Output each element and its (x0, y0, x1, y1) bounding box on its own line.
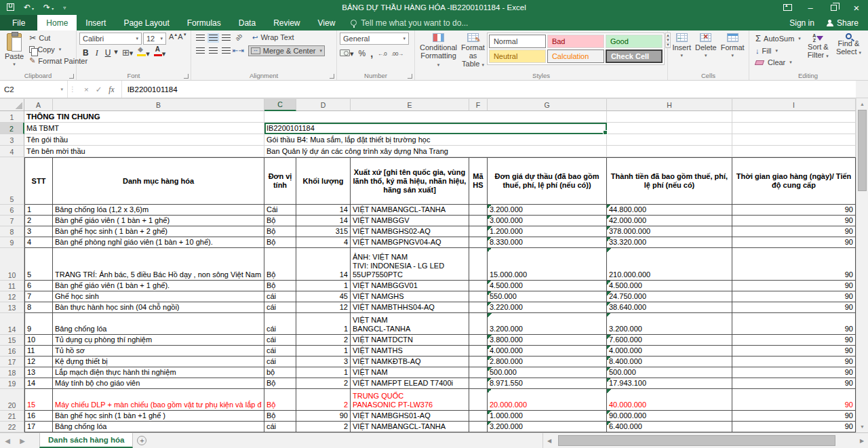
header-cell-B[interactable]: Danh mục hàng hóa (53, 157, 264, 205)
cell-D14[interactable]: 1 (296, 313, 351, 335)
cell-F7[interactable] (469, 216, 488, 226)
cell-C21[interactable]: Bộ (264, 411, 296, 422)
redo-button[interactable]: ↷▾ (43, 3, 54, 12)
cell-I15[interactable]: 90 (732, 335, 856, 346)
cell-C22[interactable]: cái (264, 422, 296, 432)
cell-H19[interactable]: 17.943.100 (607, 378, 732, 389)
tell-me-box[interactable]: Tell me what you want to do... (344, 15, 468, 30)
scroll-up-icon[interactable]: ▲ (856, 98, 868, 110)
fill-color-button[interactable]: ▾ (137, 47, 150, 58)
column-header-G[interactable]: G (488, 99, 607, 111)
cell-G21[interactable]: 1.000.000 (488, 411, 607, 422)
cell-H22[interactable]: 6.400.000 (607, 422, 732, 432)
cell-G17[interactable]: 2.800.000 (488, 357, 607, 367)
dialog-launcher-icon[interactable] (408, 74, 412, 79)
cell-A12[interactable]: 7 (24, 291, 53, 302)
vertical-scroll-thumb[interactable] (858, 110, 867, 191)
cell-D11[interactable]: 1 (296, 281, 351, 291)
row-header-22[interactable]: 22 (0, 422, 24, 432)
cell-A13[interactable]: 8 (24, 302, 53, 313)
cell-I2[interactable] (732, 123, 856, 134)
cell-H11[interactable]: 4.500.000 (607, 281, 732, 291)
cell-G20[interactable]: 20.000.000 (488, 389, 607, 411)
font-family-select[interactable]: Calibri▾ (79, 33, 142, 45)
cell-A10[interactable]: 5 (24, 248, 53, 281)
cell-D16[interactable]: 1 (296, 346, 351, 357)
cell-A18[interactable]: 13 (24, 367, 53, 378)
cell-C9[interactable]: Bộ (264, 237, 296, 248)
row-header-2[interactable]: 2 (0, 123, 24, 134)
cell-H3[interactable] (607, 134, 732, 146)
cell-E16[interactable]: VIỆT NAMTHS (351, 346, 469, 357)
number-format-select[interactable]: General▾ (340, 33, 409, 45)
cell-B22[interactable]: Bảng chống lóa (53, 422, 264, 432)
cell-I7[interactable]: 90 (732, 216, 856, 226)
sort-filter-button[interactable]: AZ Sort & Filter ▾ (803, 33, 833, 61)
cell-G18[interactable]: 500.000 (488, 367, 607, 378)
cell-H7[interactable]: 42.000.000 (607, 216, 732, 226)
row-header-20[interactable]: 20 (0, 389, 24, 411)
cell-A15[interactable]: 10 (24, 335, 53, 346)
tab-insert[interactable]: Insert (77, 15, 115, 30)
cell-H15[interactable]: 7.600.000 (607, 335, 732, 346)
cell-I17[interactable]: 90 (732, 357, 856, 367)
cell-A20[interactable]: 15 (24, 389, 53, 411)
cell-A19[interactable]: 14 (24, 378, 53, 389)
header-cell-A[interactable]: STT (24, 157, 53, 205)
cell-H1[interactable] (607, 111, 732, 123)
cell-E6[interactable]: VIỆT NAMBANGCL-TANHA (351, 205, 469, 216)
enter-icon[interactable]: ✓ (96, 85, 102, 94)
cell-A1[interactable]: THÔNG TIN CHUNG (24, 111, 264, 123)
row-header-4[interactable]: 4 (0, 146, 24, 157)
borders-button[interactable]: ▾ (122, 47, 133, 58)
style-check-cell[interactable]: Check Cell (606, 49, 663, 63)
cell-D8[interactable]: 315 (296, 226, 351, 237)
cell-E18[interactable]: VIỆT NAM (351, 367, 469, 378)
row-header-17[interactable]: 17 (0, 357, 24, 367)
column-header-I[interactable]: I (732, 99, 856, 111)
tab-formulas[interactable]: Formulas (178, 15, 230, 30)
cell-E19[interactable]: VIỆT NAMFPT ELEAD T7400i (351, 378, 469, 389)
cell-C3[interactable]: Gói thầu B4: Mua sắm, lắp đặt thiết bị t… (264, 134, 607, 146)
font-size-select[interactable]: 12▾ (143, 33, 166, 45)
cell-C18[interactable]: bộ (264, 367, 296, 378)
cell-G22[interactable]: 3.200.000 (488, 422, 607, 432)
cell-E13[interactable]: VIỆT NAMBTHHS04-AQ (351, 302, 469, 313)
insert-function-icon[interactable]: fx (108, 85, 114, 94)
row-header-13[interactable]: 13 (0, 302, 24, 313)
cell-E15[interactable]: VIỆT NAMTDCTN (351, 335, 469, 346)
cell-G14[interactable]: 3.200.000 (488, 313, 607, 335)
cell-A17[interactable]: 12 (24, 357, 53, 367)
dialog-launcher-icon[interactable] (330, 74, 334, 79)
cell-I8[interactable]: 90 (732, 226, 856, 237)
cell-I6[interactable]: 90 (732, 205, 856, 216)
grow-font-button[interactable]: A▲ (169, 33, 178, 41)
cell-B17[interactable]: Kệ đựng thiết bị (53, 357, 264, 367)
header-cell-I[interactable]: Thời gian giao hàng (ngày)/ Tiến độ cung… (732, 157, 856, 205)
cell-G12[interactable]: 550.000 (488, 291, 607, 302)
cell-A16[interactable]: 11 (24, 346, 53, 357)
cell-E12[interactable]: VIỆT NAMGHS (351, 291, 469, 302)
cell-D17[interactable]: 3 (296, 357, 351, 367)
close-button[interactable]: × (845, 0, 868, 15)
row-header-10[interactable]: 10 (0, 248, 24, 281)
cell-H10[interactable]: 210.000.000 (607, 248, 732, 281)
cell-F16[interactable] (469, 346, 488, 357)
cell-I10[interactable]: 90 (732, 248, 856, 281)
cell-A6[interactable]: 1 (24, 205, 53, 216)
column-header-F[interactable]: F (469, 99, 488, 111)
cell-D22[interactable]: 2 (296, 422, 351, 432)
scroll-right-icon[interactable]: ▶ (856, 438, 868, 444)
cell-G13[interactable]: 3.220.000 (488, 302, 607, 313)
style-normal[interactable]: Normal (489, 35, 546, 48)
cell-H9[interactable]: 33.320.000 (607, 237, 732, 248)
cell-D19[interactable]: 2 (296, 378, 351, 389)
cell-E10[interactable]: ẢNH: VIỆT NAMTIVI: INDONESIA - LG LED55U… (351, 248, 469, 281)
cell-B9[interactable]: Bàn ghế phòng nghỉ giáo viên (1 bàn + 10… (53, 237, 264, 248)
cell-B14[interactable]: Bảng chống lóa (53, 313, 264, 335)
tab-home[interactable]: Home (37, 15, 77, 30)
cell-H2[interactable] (607, 123, 732, 134)
sheet-tab[interactable]: Danh sách hàng hóa (39, 433, 133, 448)
cell-I22[interactable]: 90 (732, 422, 856, 432)
cell-C17[interactable]: cái (264, 357, 296, 367)
